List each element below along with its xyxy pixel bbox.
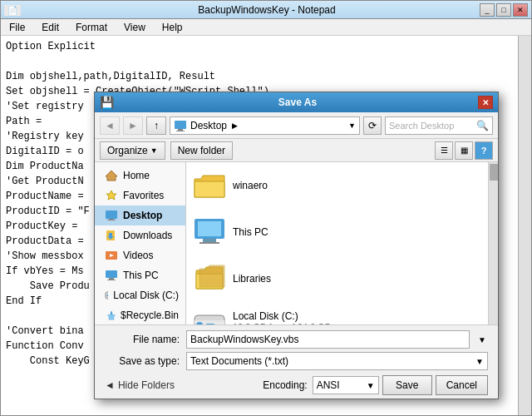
svg-rect-12 xyxy=(106,270,117,278)
location-text: Desktop xyxy=(190,120,227,131)
titlebar-buttons: _ □ ✕ xyxy=(480,3,528,17)
encoding-label: Encoding: xyxy=(263,379,307,391)
savetype-row: Save as type: Text Documents (*.txt) ▼ xyxy=(105,352,488,370)
localdisk-label-area: Local Disk (C:) 12.8 GB free of 24.6 GB xyxy=(233,310,331,324)
encoding-value: ANSI xyxy=(317,379,340,391)
saveas-action-toolbar: Organize ▼ New folder ☰ ▦ ? xyxy=(95,139,498,162)
minimize-button[interactable]: _ xyxy=(480,3,495,17)
savetype-arrow: ▼ xyxy=(475,357,484,366)
nav-home[interactable]: Home xyxy=(95,166,185,186)
nav-thispc-label: This PC xyxy=(123,270,159,281)
encoding-dropdown[interactable]: ANSI ▼ xyxy=(313,376,379,394)
savetype-value: Text Documents (*.txt) xyxy=(190,355,288,367)
view-buttons: ☰ ▦ ? xyxy=(435,141,493,160)
filename-row: File name: ▼ xyxy=(105,330,488,349)
notepad-title: BackupWindowsKey - Notepad xyxy=(54,4,480,16)
location-arrow: ▶ xyxy=(232,121,238,130)
help-button[interactable]: ? xyxy=(475,141,493,160)
file-item-thispc[interactable]: This PC xyxy=(186,212,488,252)
save-label: Save xyxy=(396,379,418,391)
menu-help[interactable]: Help xyxy=(157,20,188,35)
file-item-libraries[interactable]: Libraries xyxy=(186,259,488,299)
svg-rect-18 xyxy=(198,221,221,236)
search-placeholder: Search Desktop xyxy=(389,121,454,131)
svg-rect-1 xyxy=(178,129,183,131)
savetype-dropdown[interactable]: Text Documents (*.txt) ▼ xyxy=(186,352,488,370)
desktop-icon xyxy=(174,119,187,132)
file-item-localdisk[interactable]: Local Disk (C:) 12.8 GB free of 24.6 GB xyxy=(186,305,488,324)
menu-view[interactable]: View xyxy=(119,20,150,35)
buttons-row: ◄ Hide Folders Encoding: ANSI ▼ Save Can… xyxy=(105,375,488,395)
organize-button[interactable]: Organize ▼ xyxy=(100,141,165,160)
nav-recycle[interactable]: $Recycle.Bin xyxy=(95,305,185,324)
maximize-button[interactable]: □ xyxy=(496,3,511,17)
nav-thispc[interactable]: This PC xyxy=(95,265,185,285)
location-dropdown[interactable]: Desktop ▶ ▼ xyxy=(170,116,360,135)
search-box[interactable]: Search Desktop 🔍 xyxy=(385,116,493,135)
nav-downloads[interactable]: Downloads xyxy=(95,225,185,245)
winaero-folder-icon xyxy=(193,169,226,202)
save-button[interactable]: Save xyxy=(382,375,432,395)
nav-videos[interactable]: Videos xyxy=(95,245,185,265)
winaero-label-area: winaero xyxy=(233,180,268,191)
svg-rect-19 xyxy=(203,239,216,242)
thispc-label: This PC xyxy=(233,226,268,238)
encoding-area: Encoding: ANSI ▼ xyxy=(263,376,378,394)
recycle-icon xyxy=(105,309,116,322)
dialog-icon: 💾 xyxy=(100,96,114,109)
up-button[interactable]: ↑ xyxy=(146,116,166,135)
nav-localdisk-label: Local Disk (C:) xyxy=(113,290,179,301)
favorites-icon xyxy=(105,189,118,202)
videos-icon xyxy=(105,249,118,262)
view-toggle-button[interactable]: ☰ xyxy=(435,141,453,160)
close-button[interactable]: ✕ xyxy=(513,3,528,17)
file-view: winaero This PC xyxy=(186,162,488,324)
svg-rect-7 xyxy=(107,220,116,220)
filename-input[interactable] xyxy=(186,330,470,349)
dialog-close-button[interactable]: ✕ xyxy=(478,96,493,109)
nav-localdisk[interactable]: Local Disk (C:) xyxy=(95,285,185,305)
file-view-scrollbar[interactable] xyxy=(488,162,498,324)
cancel-button[interactable]: Cancel xyxy=(436,375,488,395)
thispc-icon xyxy=(105,269,118,282)
scrollbar-thumb[interactable] xyxy=(490,164,498,181)
nav-home-label: Home xyxy=(123,170,150,181)
hide-folders-label: Hide Folders xyxy=(118,379,175,391)
file-item-winaero[interactable]: winaero xyxy=(186,166,488,206)
svg-rect-14 xyxy=(107,280,116,280)
back-button[interactable]: ◄ xyxy=(100,116,120,135)
encoding-arrow: ▼ xyxy=(367,381,375,390)
search-icon: 🔍 xyxy=(476,120,489,131)
location-chevron: ▼ xyxy=(348,121,356,130)
cancel-label: Cancel xyxy=(446,379,477,391)
svg-rect-2 xyxy=(176,131,185,131)
desktop-nav-icon xyxy=(105,209,118,222)
svg-rect-13 xyxy=(109,278,114,280)
nav-desktop[interactable]: Desktop xyxy=(95,206,185,225)
forward-button[interactable]: ► xyxy=(123,116,143,135)
thispc-label-area: This PC xyxy=(233,226,268,238)
svg-rect-20 xyxy=(200,242,219,244)
nav-videos-label: Videos xyxy=(123,250,153,261)
svg-marker-4 xyxy=(106,191,116,200)
nav-favorites[interactable]: Favorites xyxy=(95,186,185,206)
localdisk-icon xyxy=(105,289,108,302)
notepad-scrollbar[interactable] xyxy=(518,36,531,415)
menu-format[interactable]: Format xyxy=(71,20,112,35)
view-details-button[interactable]: ▦ xyxy=(455,141,473,160)
svg-rect-0 xyxy=(175,121,186,129)
localdisk-label: Local Disk (C:) xyxy=(233,310,331,322)
svg-marker-3 xyxy=(106,171,117,181)
nav-downloads-label: Downloads xyxy=(123,230,172,241)
nav-desktop-label: Desktop xyxy=(123,210,162,221)
notepad-menubar: File Edit Format View Help xyxy=(1,19,531,36)
filename-dropdown-arrow[interactable]: ▼ xyxy=(476,335,488,344)
new-folder-button[interactable]: New folder xyxy=(170,141,233,160)
new-folder-label: New folder xyxy=(178,145,225,156)
organize-chevron: ▼ xyxy=(150,146,158,155)
refresh-button[interactable]: ⟳ xyxy=(363,116,382,135)
hide-folders-icon: ◄ xyxy=(105,379,115,391)
menu-edit[interactable]: Edit xyxy=(37,20,64,35)
menu-file[interactable]: File xyxy=(4,20,30,35)
hide-folders-button[interactable]: ◄ Hide Folders xyxy=(105,376,175,394)
